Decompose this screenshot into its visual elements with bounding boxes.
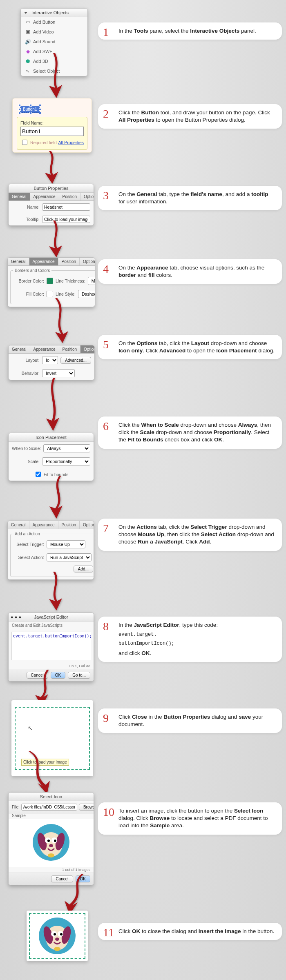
dialog-title: Select Icon <box>9 793 94 801</box>
arrow-icon <box>47 476 69 519</box>
tab-options[interactable]: Options <box>80 521 94 529</box>
svg-point-16 <box>54 933 56 935</box>
step7-desc: 7 On the Actions tab, click the Select T… <box>98 519 282 551</box>
fill-color-swatch[interactable] <box>47 291 53 297</box>
behavior-select[interactable]: Invert <box>42 369 75 377</box>
dog-image <box>37 915 78 956</box>
svg-point-9 <box>48 853 54 858</box>
tab-position[interactable]: Position <box>59 345 81 353</box>
cursor-icon: ↖ <box>28 725 33 731</box>
field-name-input[interactable] <box>20 127 84 136</box>
field-name-label: Field Name: <box>20 120 84 125</box>
svg-point-7 <box>54 840 56 842</box>
file-path-input[interactable] <box>21 804 77 811</box>
advanced-button[interactable]: Advanced... <box>60 357 91 364</box>
step2-desc: 2 Click the Button tool, and draw your b… <box>98 104 282 129</box>
add-button[interactable]: Add... <box>74 566 93 572</box>
svg-point-19 <box>54 947 60 951</box>
svg-point-8 <box>49 844 53 847</box>
tab-appearance[interactable]: Appearance <box>30 193 59 200</box>
sample-area <box>9 819 94 867</box>
button-properties-general: Button Properties General Appearance Pos… <box>8 184 94 226</box>
sound-icon: 🔊 <box>25 39 31 45</box>
tab-options[interactable]: Options <box>80 345 95 353</box>
tab-general[interactable]: General <box>8 258 29 265</box>
js-textarea[interactable]: event.target.buttonImportIcon(); <box>11 632 91 660</box>
arrow-icon <box>61 874 90 915</box>
tab-appearance[interactable]: Appearance <box>29 521 58 529</box>
step10-desc: 10 To insert an image, click the button … <box>98 802 282 835</box>
tool-add-sound[interactable]: 🔊Add Sound <box>21 37 87 47</box>
svg-point-6 <box>47 840 50 842</box>
step5-desc: 5 On the Options tab, click the Layout d… <box>98 335 282 359</box>
tab-position[interactable]: Position <box>58 258 80 265</box>
arrow-icon <box>41 151 61 184</box>
required-checkbox[interactable]: Required field <box>20 138 57 146</box>
tab-position[interactable]: Position <box>58 521 80 529</box>
step6-desc: 6 Click the When to Scale drop-down and … <box>98 416 282 449</box>
tab-options[interactable]: Options <box>80 193 94 200</box>
panel-header[interactable]: Interactive Objects <box>21 9 87 17</box>
button-icon: ▭ <box>25 19 31 25</box>
browse-button[interactable]: Browse... <box>79 804 94 811</box>
cube-icon: ⬢ <box>25 58 31 64</box>
arrow-icon <box>45 220 65 257</box>
step-number: 1 <box>103 26 109 39</box>
svg-point-17 <box>60 933 63 935</box>
mac-buttons: ● ● ● <box>11 615 21 619</box>
tab-appearance[interactable]: Appearance <box>30 345 59 353</box>
final-button <box>27 911 88 961</box>
tab-position[interactable]: Position <box>59 193 81 200</box>
icon-placement-dialog: Icon Placement When to Scale:Always Scal… <box>8 433 94 481</box>
dialog-title: Icon Placement <box>9 433 94 442</box>
step4-desc: 4 On the Appearance tab, choose visual o… <box>98 259 282 284</box>
tab-general[interactable]: General <box>9 345 30 353</box>
step3-desc: 3 On the General tab, type the field's n… <box>98 186 282 210</box>
dialog-title: Button Properties <box>9 184 94 193</box>
svg-point-18 <box>55 938 59 941</box>
when-to-scale-select[interactable]: Always <box>43 444 90 452</box>
button-instance[interactable]: Button1 <box>20 106 40 113</box>
step1-desc: 1 In the Tools pane, select the Interact… <box>98 22 282 40</box>
all-properties-link[interactable]: All Properties <box>58 140 84 145</box>
arrow-icon <box>49 298 74 343</box>
step9-desc: 9 Click Close in the Button Properties d… <box>98 708 282 733</box>
dog-image <box>31 822 72 863</box>
arrow-icon <box>43 378 63 431</box>
swf-icon: ◆ <box>25 49 31 54</box>
arrow-icon <box>25 751 57 796</box>
goto-button[interactable]: Go to... <box>68 672 90 679</box>
tab-bar: General Appearance Position Options Acti… <box>9 193 94 201</box>
video-icon: ▣ <box>25 29 31 35</box>
step8-desc: 8 In the JavaScript Editor, type this co… <box>98 617 282 662</box>
thickness-select[interactable]: Medium <box>88 277 95 285</box>
layout-select[interactable]: Icon only <box>42 356 58 364</box>
trigger-select[interactable]: Mouse Up <box>47 540 85 548</box>
pager-text: 1 out of 1 images <box>9 867 94 873</box>
tutorial-page: Interactive Objects ▭Add Button ▣Add Vid… <box>0 0 286 980</box>
scale-select[interactable]: Proportionally <box>42 457 90 466</box>
tab-appearance[interactable]: Appearance <box>29 258 58 265</box>
cursor-icon: ↖ <box>25 68 31 74</box>
arrow-icon <box>45 572 65 610</box>
name-input[interactable] <box>42 203 90 211</box>
tab-options[interactable]: Options <box>80 258 95 265</box>
arrow-icon <box>45 53 65 98</box>
tool-add-button[interactable]: ▭Add Button <box>21 17 87 27</box>
action-select[interactable]: Run a JavaScript <box>47 553 92 561</box>
select-icon-dialog: Select Icon File: Browse... Sample 1 out… <box>8 792 94 885</box>
tab-general[interactable]: General <box>8 521 29 529</box>
button-properties-options: General Appearance Position Options Acti… <box>8 345 95 380</box>
border-color-swatch[interactable] <box>47 278 53 284</box>
style-select[interactable]: Dashed <box>78 290 95 298</box>
tool-add-video[interactable]: ▣Add Video <box>21 27 87 37</box>
tab-general[interactable]: General <box>9 193 30 200</box>
button-properties-actions: General Appearance Position Options Acti… <box>7 521 94 580</box>
panel-title: Interactive Objects <box>31 10 69 15</box>
cursor-status: Ln 1, Col 33 <box>9 663 94 669</box>
field-name-panel: Button1 Field Name: Required field All P… <box>12 98 92 153</box>
step11-desc: 11 Click OK to close the dialog and inse… <box>98 923 282 940</box>
